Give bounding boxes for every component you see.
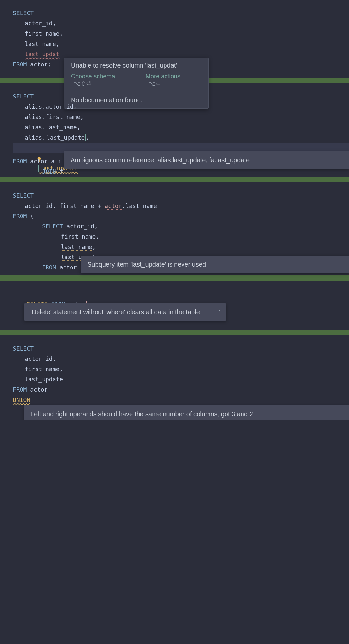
keyword-select: SELECT xyxy=(13,10,34,16)
section-divider xyxy=(0,177,349,182)
table-actor: actor xyxy=(30,158,47,165)
inner-select: SELECT xyxy=(42,223,63,230)
more-actions-action[interactable]: More actions... xyxy=(146,73,186,80)
keyword-union-warn[interactable]: UNION xyxy=(13,396,30,403)
inner-col2: first_name, xyxy=(61,233,99,240)
column-error-last-updat[interactable]: last_updat xyxy=(25,51,59,57)
code-block-5: SELECT actor_id, first_name, last_update… xyxy=(0,335,349,420)
boxed-last-update: last_update xyxy=(46,134,86,141)
tooltip-union-mismatch: Left and right operands should have the … xyxy=(24,405,349,420)
inner-col3-warn[interactable]: last_name xyxy=(61,243,92,250)
join-table-f: f xyxy=(59,168,63,175)
section-divider xyxy=(0,275,349,281)
alias-text: ali xyxy=(51,158,62,165)
keyword-select: SELECT xyxy=(13,192,34,199)
tooltip-delete-text: 'Delete' statement without 'where' clear… xyxy=(30,309,200,316)
code-block-3: SELECT actor_id, first_name + actor.last… xyxy=(0,182,349,275)
section-divider xyxy=(0,330,349,335)
keyword-join: JOIN xyxy=(42,168,56,175)
tooltip-more-icon[interactable]: ⋮ xyxy=(213,307,222,314)
col-alias-last-update: alias. xyxy=(25,134,46,141)
column-last-name: last_name, xyxy=(25,40,59,47)
keyword-from-open: FROM xyxy=(13,213,27,219)
column-actor-id: actor_id, xyxy=(25,20,56,27)
inner-from: FROM xyxy=(42,264,56,271)
popup-title: Unable to resolve column 'last_updat' xyxy=(64,58,208,70)
col-actor-id: actor_id, xyxy=(25,355,56,362)
keyword-select: SELECT xyxy=(13,93,34,100)
col-first-name: first_name, xyxy=(25,366,63,372)
tooltip-ambiguous: Ambiguous column reference: alias.last_u… xyxy=(64,151,349,169)
inner-col1: actor_id, xyxy=(66,223,98,230)
keyword-from: FROM xyxy=(13,61,27,68)
outer-cols: actor_id, first_name + xyxy=(25,202,105,209)
code-block-2: SELECT alias.actor_id, alias.first_name,… xyxy=(0,83,349,177)
choose-schema-action[interactable]: Choose schema xyxy=(71,73,115,80)
col-alias-first-name: alias.first_name, xyxy=(25,114,84,120)
err-actor-ref[interactable]: actor xyxy=(105,202,122,209)
col-alias-actor-id: alias.actor_id, xyxy=(25,103,77,110)
tooltip-subquery-unused: Subquery item 'last_update' is never use… xyxy=(81,256,349,273)
table-actor: actor xyxy=(30,61,47,68)
tooltip-delete-warning: 'Delete' statement without 'where' clear… xyxy=(24,303,226,321)
semicolon: ; xyxy=(47,61,51,68)
col-last-update: last_update xyxy=(25,376,63,383)
keyword-from: FROM xyxy=(13,386,27,393)
keyword-select: SELECT xyxy=(13,345,34,352)
intention-bulb-icon[interactable] xyxy=(15,145,21,151)
column-first-name: first_name, xyxy=(25,30,63,37)
more-options-icon[interactable]: ⋮ xyxy=(197,63,204,69)
table-actor: actor xyxy=(30,386,47,393)
col-alias-last-name: alias.last_name, xyxy=(25,124,80,131)
outer-tail: .last_name xyxy=(122,202,157,209)
code-block-1: SELECT actor_id, first_name, last_name, … xyxy=(0,0,349,78)
keyword-from: FROM xyxy=(13,158,27,165)
code-block-4: DELETE FROM actor 'Delete' statement wit… xyxy=(0,281,349,330)
inner-table: actor xyxy=(59,264,77,271)
